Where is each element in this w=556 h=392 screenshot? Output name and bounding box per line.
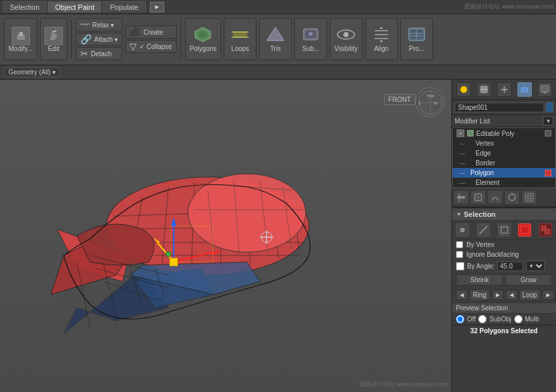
align-button[interactable]: Align	[365, 18, 398, 60]
create-button[interactable]: ⬛ Create	[125, 25, 177, 39]
panel-icon-tabs	[452, 80, 556, 100]
status-bar: 32 Polygons Selected	[452, 325, 556, 336]
relax-button[interactable]: 〰 Relax ▾	[76, 18, 122, 31]
pro-button[interactable]: Pro...	[400, 18, 433, 60]
toolbar-main-row: Modify... Edit 〰 Relax ▾ 🔗 Attach ▾	[0, 14, 556, 64]
modifier-edge[interactable]: — Edge	[453, 148, 555, 158]
ring-prev-button[interactable]: ◀	[456, 290, 468, 300]
modify-button[interactable]: Modify...	[4, 18, 37, 60]
svg-rect-98	[545, 229, 549, 234]
by-angle-row: By Angle: ▾	[452, 259, 556, 272]
object-name-input[interactable]	[455, 103, 544, 112]
align-icon	[372, 26, 391, 44]
ring-next-button[interactable]: ▶	[492, 290, 504, 300]
by-angle-checkbox[interactable]	[456, 262, 464, 270]
visibility-button[interactable]: Visibility	[330, 18, 362, 60]
toolbar-extra-btn[interactable]: ▶	[150, 2, 164, 12]
sub-button[interactable]: Sub...	[294, 18, 327, 60]
grow-button[interactable]: Grow	[505, 274, 552, 286]
sel-icon-vertex[interactable]	[456, 223, 469, 237]
panel-tab-modify[interactable]	[477, 82, 491, 97]
by-vertex-label: By Vertex	[466, 241, 495, 248]
angle-value-input[interactable]	[497, 261, 523, 271]
loops-button[interactable]: Loops	[224, 18, 256, 60]
ignore-backfacing-checkbox[interactable]	[456, 251, 463, 258]
top-toolbar: Selection Object Paint Populate ▶ 思路设计论坛…	[0, 0, 556, 65]
panel-tab-hierarchy[interactable]	[497, 82, 512, 97]
selection-section: ▼ Selection	[452, 207, 556, 336]
panel-tab-create[interactable]	[457, 82, 471, 97]
svg-text:TOP: TOP	[426, 94, 434, 98]
modifier-list-dropdown-btn[interactable]: ▾	[543, 116, 553, 125]
by-vertex-row: By Vertex	[452, 240, 556, 250]
collapse-button[interactable]: ▽ ✓ Collapse	[125, 40, 177, 53]
fish-model	[12, 125, 385, 347]
navigation-gizmo[interactable]: TOP R L	[415, 88, 445, 117]
separator-1	[71, 20, 72, 59]
attach-button[interactable]: 🔗 Attach ▾	[76, 33, 122, 46]
modifier-border[interactable]: — Border	[453, 158, 555, 168]
polygon-swatch[interactable]	[545, 170, 551, 176]
tab-object-paint[interactable]: Object Paint	[48, 1, 101, 12]
collapse-icon: ▽	[130, 41, 137, 52]
panel-tool-1[interactable]	[453, 190, 469, 204]
svg-point-74	[460, 86, 467, 93]
panel-tool-2[interactable]	[470, 190, 486, 204]
toolbar-tabs: Selection Object Paint Populate ▶ 思路设计论坛…	[0, 0, 556, 14]
svg-rect-81	[541, 86, 549, 92]
loop-next-button[interactable]: ▶	[542, 290, 554, 300]
modifier-settings[interactable]	[545, 130, 551, 137]
svg-line-94	[479, 226, 487, 234]
angle-dropdown[interactable]: ▾	[526, 261, 545, 271]
color-swatch[interactable]	[546, 102, 553, 112]
polygons-button[interactable]: Polygons	[185, 18, 221, 60]
preview-multi-radio[interactable]	[514, 315, 523, 323]
edit-button[interactable]: Edit	[40, 18, 67, 60]
loop-next-arrow: ▶	[546, 292, 550, 298]
preview-subobj-radio[interactable]	[478, 315, 487, 323]
modifier-check[interactable]: ✓	[457, 129, 464, 137]
preview-off-radio[interactable]	[456, 315, 464, 323]
loop-button[interactable]: Loop	[519, 289, 540, 301]
panel-tool-3[interactable]	[487, 190, 503, 204]
tris-icon	[266, 26, 285, 44]
svg-rect-1	[19, 32, 23, 36]
modifier-vertex[interactable]: — Vertex	[453, 139, 555, 148]
tab-populate[interactable]: Populate	[103, 1, 145, 12]
relax-icon: 〰	[80, 20, 90, 30]
svg-rect-79	[521, 88, 528, 92]
sub-icon	[301, 26, 321, 44]
ring-next-arrow: ▶	[496, 292, 500, 298]
polygons-icon	[193, 26, 213, 44]
panel-tool-4[interactable]	[504, 190, 520, 204]
panel-tab-display[interactable]	[538, 82, 552, 97]
modify-icon	[12, 27, 30, 45]
sel-icon-edge[interactable]	[477, 223, 490, 237]
by-vertex-checkbox[interactable]	[456, 241, 463, 248]
ignore-backfacing-label: Ignore Backfacing	[466, 251, 519, 258]
loop-prev-button[interactable]: ◀	[506, 290, 517, 300]
preview-multi-label: Multi	[525, 316, 539, 323]
ring-button[interactable]: Ring	[470, 289, 490, 301]
detach-button[interactable]: ✂ Detach	[76, 47, 122, 60]
selection-arrow: ▼	[456, 211, 462, 218]
svg-line-3	[52, 31, 56, 32]
panel-tool-5[interactable]	[521, 190, 537, 204]
svg-text:R: R	[434, 101, 438, 105]
shrink-button[interactable]: Shrink	[456, 274, 503, 286]
preview-off-label: Off	[467, 316, 476, 323]
geometry-dropdown[interactable]: Geometry (All) ▾	[4, 67, 60, 77]
sel-icon-element[interactable]	[539, 223, 552, 237]
svg-marker-18	[379, 27, 383, 29]
panel-tab-motion[interactable]	[517, 82, 532, 97]
sel-icon-border[interactable]	[498, 223, 511, 237]
tab-selection[interactable]: Selection	[3, 1, 46, 12]
viewport[interactable]: FRONT TOP R L	[0, 80, 451, 392]
modifier-polygon[interactable]: — Polygon	[453, 168, 555, 178]
svg-rect-6	[233, 33, 247, 37]
tris-button[interactable]: Tris	[259, 18, 292, 60]
modifier-editable-poly[interactable]: ✓ Editable Poly	[453, 128, 555, 139]
modifier-element[interactable]: — Element	[453, 178, 555, 188]
sel-icon-polygon[interactable]	[518, 223, 531, 237]
viewport-front-label: FRONT	[384, 94, 415, 105]
